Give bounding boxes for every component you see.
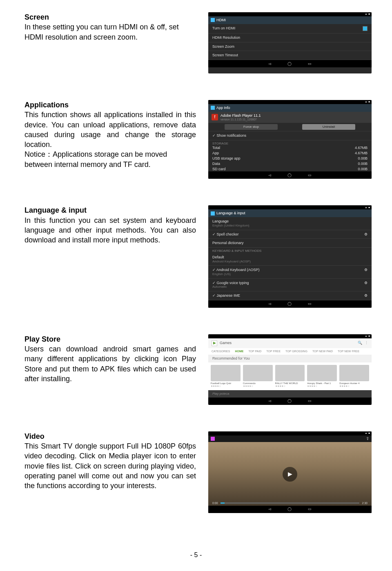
row: Android Keyboard (AOSP) <box>216 268 260 272</box>
heading-apps: Applications <box>24 100 196 110</box>
back-icon: ◅ <box>268 62 271 66</box>
body-video: This Smart TV dongle support Full HD 108… <box>24 441 196 491</box>
settings-icon <box>211 106 215 110</box>
body-apps-2: Notice：Applications storage can be moved… <box>24 149 196 169</box>
body-screen: In these setting you can turn HDMI on & … <box>24 22 196 42</box>
search-icon: 🔍 <box>358 341 362 345</box>
page-number: - 5 - <box>0 551 392 559</box>
row: Turn on HDMI <box>212 26 235 31</box>
thumb-title: HDMI <box>216 18 226 22</box>
tab: HOME <box>235 350 243 353</box>
video-app-icon <box>211 437 215 441</box>
row: Screen Zoom <box>212 44 234 49</box>
show-notif: Show notifications <box>217 133 247 138</box>
tab: CATEGORIES <box>212 350 230 353</box>
row: USB storage app <box>212 156 241 161</box>
battery-icon: ■ <box>368 13 370 16</box>
row: Data <box>212 162 220 166</box>
tab: TOP NEW PAID <box>312 350 333 353</box>
row: Japanese IME <box>217 293 241 298</box>
share-icon: ⇪ <box>366 436 369 441</box>
thumb-title: App Info <box>216 106 230 110</box>
recent-icon: ▭ <box>308 62 312 66</box>
wifi-icon: ▲ <box>365 13 367 16</box>
row: Personal dictionary <box>212 241 244 245</box>
screenshot-lang: ▲■ Language & input LanguageEnglish (Uni… <box>208 205 372 307</box>
row: App <box>212 151 219 156</box>
app-version: version 11.1.115.11_120807 <box>220 118 261 121</box>
screenshot-playstore: ▲■ ▶ Games 🔍 ⋮ CATEGORIES HOME TOP PAID … <box>208 334 372 405</box>
heading-screen: Screen <box>24 12 196 22</box>
settings-icon <box>211 18 215 22</box>
kim-label: KEYBOARD & INPUT METHODS <box>208 248 372 253</box>
row: Total <box>212 146 220 150</box>
thumb-title: Language & input <box>216 211 245 216</box>
row: SD card <box>212 167 226 171</box>
row: Language <box>212 219 229 223</box>
uninstall-button: Uninstall <box>302 124 355 130</box>
play-icon: ▶ <box>283 467 297 482</box>
app-name: Adobe Flash Player 11.1 <box>220 113 261 118</box>
body-play: Users can download android smart games a… <box>24 344 196 384</box>
heading-video: Video <box>24 431 196 441</box>
home-icon: ◯ <box>287 62 292 66</box>
foot-label: Play poleca <box>208 390 372 398</box>
screenshot-video: ▲■ ⇪ ▶ 0:002:30 ◅◯▭ <box>208 431 372 513</box>
body-lang: In this function you can set system and … <box>24 216 196 245</box>
storage-label: STORAGE <box>208 140 372 146</box>
checkbox-icon <box>363 26 368 31</box>
rec-label: Recommended for You <box>208 355 372 362</box>
tab: TOP FREE <box>266 350 281 353</box>
row: HDMI Resolution <box>212 36 240 40</box>
settings-icon <box>211 211 215 216</box>
screenshot-hdmi: ▲■ HDMI Turn on HDMI HDMI Resolution Scr… <box>208 12 372 73</box>
row: Screen Timeout <box>212 53 238 58</box>
tab: TOP PAID <box>248 350 261 353</box>
heading-lang: Language & input <box>24 205 196 215</box>
row: Spell checker <box>217 232 239 236</box>
body-apps-1: This function shows all applications ins… <box>24 110 196 149</box>
heading-play: Play Store <box>24 334 196 344</box>
settings-sliders-icon: ⚙ <box>364 232 368 237</box>
row: Google voice typing <box>217 281 249 285</box>
menu-icon: ▶ <box>212 340 217 346</box>
force-stop-button: Force stop <box>225 124 278 130</box>
flash-icon: f <box>212 114 218 120</box>
row: Default <box>212 255 224 259</box>
tab: TOP NEW FREE <box>338 350 359 353</box>
menu-dots-icon: ⋮ <box>365 341 368 345</box>
tab: TOP GROSSING <box>285 350 307 353</box>
screenshot-appinfo: ▲■ App Info f Adobe Flash Player 11.1 ve… <box>208 100 372 179</box>
